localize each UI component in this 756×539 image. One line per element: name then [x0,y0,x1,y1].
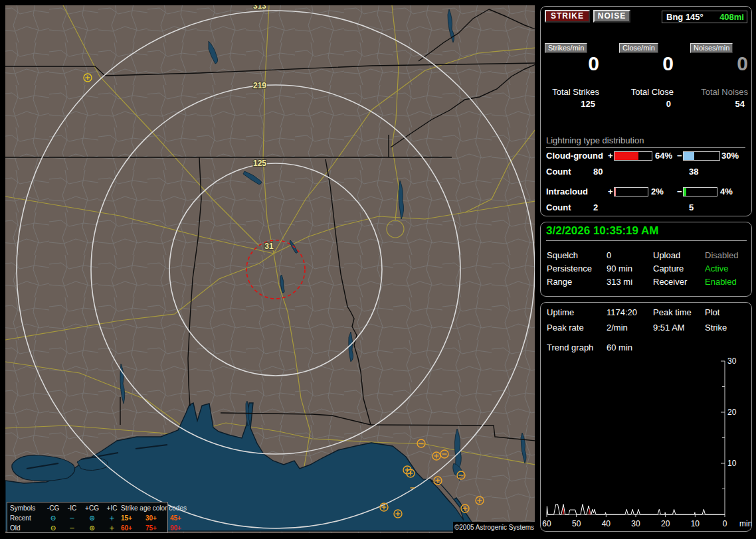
recent-pos-ic-icon: + [103,513,121,523]
total-close-value: 0 [619,99,671,109]
cloud-ground-row: Cloud-ground + 64% − 30% [541,151,753,161]
squelch-value: 0 [607,249,611,262]
recent-pos-cg-icon: ⊕ [81,513,103,523]
recent-neg-cg-icon: ⊖ [43,513,63,523]
noise-toggle-button[interactable]: NOISE [593,10,630,23]
legend-col-pos-cg: +CG [81,503,103,513]
old-neg-cg-icon: ⊖ [43,523,63,533]
strike-toggle-button[interactable]: STRIKE [545,10,590,23]
trend-series-lines [547,504,725,514]
datetime-display: 3/2/2026 10:35:19 AM [546,224,747,241]
map-canvas: 31125219313 [5,5,535,533]
ic-positive-count: 2 [593,202,598,212]
lightning-map[interactable]: 31125219313 Symbols -CG -IC +CG +IC Stri… [5,5,535,533]
age-75: 75+ [145,523,170,533]
plus-sign: + [608,151,613,161]
intracloud-row: Intracloud + 2% − 4% [541,187,753,196]
strikes-column: Strikes/min 0 [545,42,599,74]
svg-text:60: 60 [542,519,551,528]
cg-positive-pct: 64% [655,151,672,161]
old-pos-cg-icon: ⊕ [81,523,103,533]
bearing-value: Bng 145° [666,11,704,23]
distance-value: 408mi [719,11,744,23]
noises-column: Noises/min 0 [690,42,748,74]
capture-label: Capture [653,262,684,275]
series-strikes-per-min [547,504,725,514]
strikes-rate-value: 0 [545,53,599,74]
trend-axes [547,361,725,517]
svg-text:30: 30 [727,356,737,366]
total-strikes-label: Total Strikes [545,87,599,97]
persistence-label: Persistence [547,262,592,275]
old-pos-ic-icon: + [103,523,121,533]
counters-panel: STRIKE NOISE Bng 145° 408mi Strikes/min … [540,6,752,216]
legend-header-row: Symbols -CG -IC +CG +IC Strike age color… [10,503,165,513]
session-panel: Uptime 1174:20 Peak time Plot Peak rate … [540,302,752,532]
close-rate-value: 0 [619,53,674,74]
total-close-label: Total Close [619,87,674,97]
receiver-status: Enabled [705,275,737,289]
range-label: Range [547,275,572,289]
cg-positive-bar [614,151,652,161]
legend-col-neg-cg: -CG [43,503,63,513]
total-noises-label: Total Noises [690,87,748,97]
ring-label-313: 313 [253,5,266,11]
intracloud-label: Intracloud [546,187,588,196]
svg-text:30: 30 [631,519,640,528]
cg-count-row: Count 80 38 [541,167,753,177]
noises-per-min-badge: Noises/min [690,43,733,53]
status-panel: 3/2/2026 10:35:19 AM Squelch 0 Upload Di… [540,222,752,297]
legend-old-label: Old [10,523,43,533]
range-value: 313 mi [607,275,632,289]
map-legend: Symbols -CG -IC +CG +IC Strike age color… [7,502,168,533]
trend-graph: 6050403020100min102030 [541,303,751,531]
cg-positive-count: 80 [593,167,603,177]
series-close-strikes-b [589,509,590,514]
copyright-label: ©2005 Astrogenic Systems [453,522,535,533]
svg-text:10: 10 [727,459,737,468]
svg-text:50: 50 [572,519,581,528]
status-row: Persistence 90 min Capture Active [541,262,753,275]
ic-negative-count: 5 [689,202,694,212]
legend-col-pos-ic: +IC [103,503,121,513]
persistence-value: 90 min [607,262,632,275]
receiver-label: Receiver [653,275,687,289]
trend-tick-labels: 6050403020100min102030 [542,356,751,528]
ic-negative-pct: 4% [720,187,733,196]
ic-positive-pct: 2% [651,187,664,196]
series-close-strikes-a [563,508,564,514]
ring-label-219: 219 [253,81,266,90]
cg-negative-bar [683,151,720,161]
legend-symbols-title: Symbols [10,503,43,513]
svg-text:20: 20 [727,408,737,417]
age-45: 45+ [170,513,195,523]
age-30: 30+ [145,513,170,523]
count-label: Count [546,167,571,177]
ring-label-31: 31 [264,242,274,251]
status-row: Squelch 0 Upload Disabled [541,249,753,262]
ic-positive-bar [614,187,648,196]
age-90: 90+ [170,523,195,533]
cg-negative-count: 38 [689,167,698,177]
ring-label-125: 125 [253,159,266,168]
legend-old-row: Old ⊖ − ⊕ + 60+ 75+ 90+ [10,523,165,533]
recent-neg-ic-icon: − [63,513,81,523]
capture-status: Active [705,262,728,275]
legend-recent-row: Recent ⊖ − ⊕ + 15+ 30+ 45+ [10,513,165,523]
squelch-label: Squelch [547,249,578,262]
minus-sign: − [677,187,682,196]
legend-age-title: Strike age color codes [121,503,195,513]
svg-text:10: 10 [691,519,700,528]
upload-label: Upload [653,249,680,262]
ic-count-row: Count 2 5 [541,202,753,212]
close-per-min-badge: Close/min [619,43,658,53]
svg-text:20: 20 [661,519,670,528]
upload-status: Disabled [705,249,739,262]
old-neg-ic-icon: − [63,523,81,533]
cg-negative-pct: 30% [721,151,739,161]
noises-rate-value: 0 [690,53,748,74]
nexstorm-lightning-app: { "window": { "copyright": "©2005 Astrog… [0,0,756,539]
status-row: Range 313 mi Receiver Enabled [541,275,753,289]
total-strikes-value: 125 [545,99,595,109]
cloud-ground-label: Cloud-ground [546,151,603,161]
